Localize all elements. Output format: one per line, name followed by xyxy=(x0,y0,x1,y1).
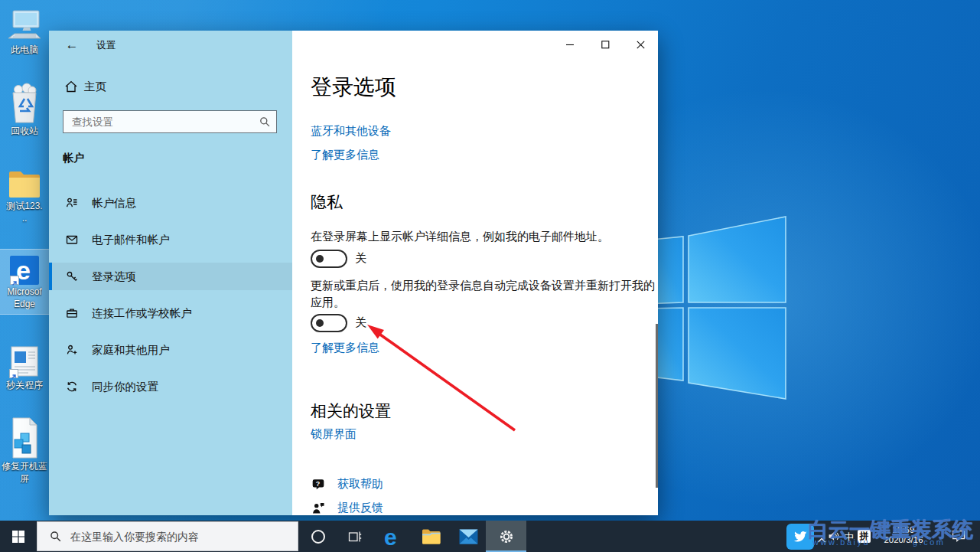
sidebar-item-signin-options[interactable]: 登录选项 xyxy=(49,263,292,290)
svg-text:?: ? xyxy=(316,479,321,487)
privacy-setting2-text: 更新或重启后，使用我的登录信息自动完成设备设置并重新打开我的应用。 xyxy=(311,277,656,311)
desktop-icon-label: Edge xyxy=(14,299,35,309)
desktop-icon-label: 此电脑 xyxy=(11,44,38,55)
privacy-heading: 隐私 xyxy=(311,191,343,213)
file-explorer-icon xyxy=(422,528,441,544)
sync-icon xyxy=(66,381,78,393)
close-button[interactable] xyxy=(623,31,658,58)
cortana-icon xyxy=(311,529,326,544)
folder-icon xyxy=(7,167,42,199)
briefcase-icon xyxy=(66,307,78,319)
start-button[interactable] xyxy=(0,521,37,552)
toggle2-state-label: 关 xyxy=(355,315,366,330)
give-feedback-row[interactable]: 提供反馈 xyxy=(311,501,383,515)
account-icon xyxy=(66,197,78,209)
scrollbar-thumb[interactable] xyxy=(656,324,658,488)
get-help-link[interactable]: 获取帮助 xyxy=(337,477,383,492)
toggle1-state-label: 关 xyxy=(355,251,366,266)
desktop: 此电脑 回收站 测试123. .. e M xyxy=(0,0,980,552)
desktop-icon-label: 修复开机蓝 xyxy=(2,461,47,472)
sidebar-section-header: 帐户 xyxy=(63,152,84,165)
windows-start-icon xyxy=(12,531,24,543)
window-controls xyxy=(552,31,658,58)
sidebar-item-sync-settings[interactable]: 同步你的设置 xyxy=(49,373,292,400)
edge-tile-icon: e xyxy=(10,256,39,285)
search-icon xyxy=(50,531,61,542)
email-icon xyxy=(66,234,78,246)
this-pc-icon xyxy=(7,9,42,43)
use-signin-info-toggle[interactable] xyxy=(311,314,347,332)
window-title: 设置 xyxy=(96,39,116,52)
sidebar-item-label: 登录选项 xyxy=(92,269,136,284)
shortcut-arrow-icon xyxy=(10,276,19,285)
learn-more-link-privacy[interactable]: 了解更多信息 xyxy=(311,341,379,355)
sidebar-item-label: 连接工作或学校帐户 xyxy=(92,306,192,321)
sidebar-item-work-school[interactable]: 连接工作或学校帐户 xyxy=(49,299,292,327)
privacy-setting1-text: 在登录屏幕上显示帐户详细信息，例如我的电子邮件地址。 xyxy=(311,228,659,245)
help-bubble-icon: ? xyxy=(311,478,325,492)
related-settings-heading: 相关的设置 xyxy=(311,400,391,422)
settings-search-box[interactable] xyxy=(63,110,277,133)
taskbar-settings-button-active[interactable] xyxy=(486,521,526,552)
desktop-icon-label: 测试123. xyxy=(6,201,42,211)
key-icon xyxy=(66,270,78,283)
desktop-icon-label: 回收站 xyxy=(11,126,38,136)
gear-icon xyxy=(499,529,514,544)
home-icon xyxy=(64,80,78,93)
toggle-knob xyxy=(316,255,324,263)
maximize-button[interactable] xyxy=(588,31,623,58)
sidebar-item-label: 电子邮件和帐户 xyxy=(92,233,170,247)
settings-sidebar: ← 设置 主页 帐户 帐户信息 电子邮件和帐户 登录 xyxy=(49,31,292,515)
desktop-icon-microsoft-edge[interactable]: e Microsof Edge xyxy=(0,250,49,314)
desktop-icon-label: 秒关程序 xyxy=(6,380,43,390)
taskbar-edge-button[interactable]: e xyxy=(379,521,407,552)
task-view-icon xyxy=(348,530,362,544)
search-icon[interactable] xyxy=(259,116,270,127)
give-feedback-link[interactable]: 提供反馈 xyxy=(337,501,383,515)
sidebar-home-label: 主页 xyxy=(84,80,106,94)
desktop-icon-label: Microsof xyxy=(7,286,41,297)
selected-accent-bar xyxy=(49,263,52,290)
person-plus-icon xyxy=(66,344,78,356)
taskbar-search-box[interactable] xyxy=(37,521,298,551)
bluetooth-devices-link[interactable]: 蓝牙和其他设备 xyxy=(311,124,391,139)
taskbar-explorer-button[interactable] xyxy=(417,521,444,552)
desktop-icon-app-shortcut[interactable]: 秒关程序 xyxy=(0,345,49,390)
watermark-title: 白云一键重装系统 xyxy=(808,516,973,544)
desktop-icon-label: 屏 xyxy=(20,473,29,484)
recycle-bin-icon xyxy=(8,83,41,124)
edge-icon: e xyxy=(383,524,404,549)
toggle-knob xyxy=(316,319,324,327)
sidebar-item-home[interactable]: 主页 xyxy=(49,75,292,98)
sidebar-item-label: 同步你的设置 xyxy=(92,380,158,394)
settings-search-input[interactable] xyxy=(70,116,259,129)
sidebar-item-label: 帐户信息 xyxy=(92,196,136,211)
desktop-icon-label: .. xyxy=(22,213,28,224)
shortcut-arrow-icon xyxy=(9,369,18,378)
mail-icon xyxy=(459,529,478,544)
taskbar-mail-button[interactable] xyxy=(454,521,482,552)
lock-screen-link[interactable]: 锁屏界面 xyxy=(311,427,357,442)
sidebar-item-account-info[interactable]: 帐户信息 xyxy=(49,189,292,217)
registry-file-icon xyxy=(8,416,41,459)
show-account-details-toggle[interactable] xyxy=(311,250,347,268)
sidebar-item-family-users[interactable]: 家庭和其他用户 xyxy=(49,336,292,364)
feedback-person-icon xyxy=(311,501,325,515)
task-view-button[interactable] xyxy=(341,521,369,552)
cortana-button[interactable] xyxy=(304,521,332,552)
svg-text:e: e xyxy=(384,524,397,549)
desktop-icon-test-folder[interactable]: 测试123. .. xyxy=(0,167,49,224)
sidebar-item-email-accounts[interactable]: 电子邮件和帐户 xyxy=(49,226,292,253)
taskbar-search-input[interactable] xyxy=(69,530,286,544)
desktop-icon-recycle-bin[interactable]: 回收站 xyxy=(0,83,49,136)
minimize-button[interactable] xyxy=(552,31,588,58)
learn-more-link-top[interactable]: 了解更多信息 xyxy=(311,148,379,162)
sidebar-item-label: 家庭和其他用户 xyxy=(92,343,170,358)
back-button[interactable]: ← xyxy=(61,35,83,55)
desktop-icon-registry-file[interactable]: 修复开机蓝 屏 xyxy=(0,416,49,484)
twitter-bird-icon xyxy=(792,528,809,545)
page-title: 登录选项 xyxy=(311,73,396,102)
get-help-row[interactable]: ? 获取帮助 xyxy=(311,477,383,492)
desktop-icon-this-pc[interactable]: 此电脑 xyxy=(0,9,49,55)
settings-main-pane xyxy=(292,31,658,515)
